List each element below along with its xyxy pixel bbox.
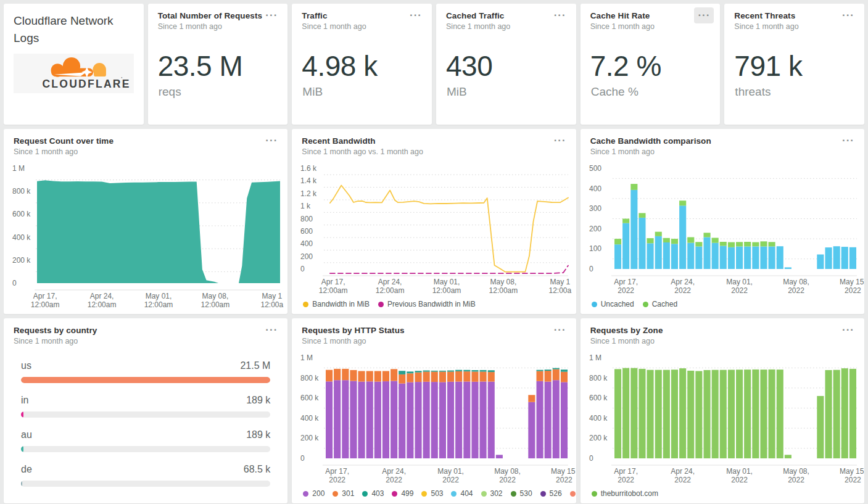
dashboard: Cloudflare Network Logs CLOUDFLARE ’ bbox=[0, 0, 868, 504]
legend-label: Bandwidth in MiB bbox=[312, 300, 370, 308]
legend-label: 526 bbox=[550, 489, 562, 498]
http-status-chart[interactable]: 0200 k400 k600 k800 k1 MApr 17,2022Apr 2… bbox=[292, 350, 576, 489]
legend-label: Previous Bandwidth in MiB bbox=[387, 300, 476, 308]
svg-text:600 k: 600 k bbox=[300, 394, 319, 402]
panel-requests-by-country: ··· Requests by country Since 1 month ag… bbox=[4, 318, 287, 503]
stat-value: 7.2 % bbox=[590, 49, 721, 83]
panel-menu-button[interactable]: ··· bbox=[406, 7, 426, 23]
logo-card: Cloudflare Network Logs CLOUDFLARE ’ bbox=[4, 4, 144, 125]
panel-title: Cache Hit Rate bbox=[590, 11, 711, 20]
svg-text:May 01,: May 01, bbox=[146, 292, 172, 300]
legend-dot-icon bbox=[303, 491, 308, 497]
svg-text:May 15,: May 15, bbox=[840, 467, 864, 476]
legend-item[interactable]: 524 bbox=[570, 489, 576, 498]
panel-menu-button[interactable]: ··· bbox=[262, 133, 281, 149]
legend-item[interactable]: Uncached bbox=[592, 300, 634, 308]
svg-text:0: 0 bbox=[12, 279, 17, 287]
legend-item[interactable]: 499 bbox=[392, 489, 413, 498]
legend-dot-icon bbox=[451, 491, 457, 497]
panel-subtitle: Since 1 month ago bbox=[302, 22, 422, 31]
svg-text:2022: 2022 bbox=[556, 476, 572, 484]
svg-text:100: 100 bbox=[589, 244, 601, 253]
recent-bandwidth-chart[interactable]: 02004006008001 k1.2 k1.4 k1.6 kApr 17,12… bbox=[292, 161, 576, 300]
legend-item[interactable]: 403 bbox=[362, 489, 384, 498]
stat-unit: MiB bbox=[447, 85, 576, 99]
svg-text:Apr 17,: Apr 17, bbox=[326, 467, 350, 476]
panel-menu-button[interactable]: ··· bbox=[262, 7, 281, 23]
country-row: in 189 k bbox=[21, 395, 270, 418]
panel-title: Request Count over time bbox=[14, 136, 278, 146]
svg-text:2022: 2022 bbox=[731, 476, 748, 484]
svg-text:May 01,: May 01, bbox=[438, 467, 465, 476]
stat-value: 430 bbox=[446, 49, 576, 83]
country-value: 189 k bbox=[246, 429, 270, 440]
panel-recent-bandwidth: ··· Recent Bandwidth Since 1 month ago v… bbox=[292, 129, 576, 314]
country-bar-fill bbox=[21, 481, 22, 487]
legend-item[interactable]: 302 bbox=[481, 489, 503, 498]
legend-item[interactable]: Cached bbox=[643, 300, 677, 308]
svg-text:12:00a: 12:00a bbox=[261, 300, 284, 309]
svg-text:2022: 2022 bbox=[499, 476, 516, 484]
legend-label: 302 bbox=[490, 489, 503, 498]
panel-title: Recent Threats bbox=[734, 11, 854, 20]
country-label: us bbox=[21, 360, 31, 371]
stat-unit: Cache % bbox=[591, 85, 721, 99]
svg-text:Apr 24,: Apr 24, bbox=[90, 292, 114, 300]
svg-text:1.6 k: 1.6 k bbox=[300, 164, 317, 173]
legend-label: 530 bbox=[520, 489, 532, 498]
panel-title: Requests by Zone bbox=[590, 326, 854, 335]
svg-text:400 k: 400 k bbox=[12, 233, 31, 242]
cloudflare-wordmark: CLOUDFLARE bbox=[42, 78, 130, 89]
chart-legend: 200301403499503404302530526524 bbox=[292, 489, 576, 503]
panel-menu-button[interactable]: ··· bbox=[550, 322, 570, 338]
legend-item[interactable]: 200 bbox=[303, 489, 324, 498]
svg-text:Apr 17,: Apr 17, bbox=[321, 278, 345, 286]
svg-text:May 15,: May 15, bbox=[551, 467, 576, 476]
panel-menu-button[interactable]: ··· bbox=[550, 133, 570, 149]
request-count-chart[interactable]: 0200 k400 k600 k800 k1 MApr 17,12:00amAp… bbox=[4, 161, 287, 314]
svg-text:May 1: May 1 bbox=[550, 278, 571, 286]
legend-item[interactable]: 503 bbox=[421, 489, 443, 498]
country-label: in bbox=[21, 395, 28, 406]
legend-item[interactable]: Bandwidth in MiB bbox=[303, 300, 370, 308]
chart-canvas: 0100200300400500Apr 17,2022Apr 24,2022Ma… bbox=[581, 161, 864, 300]
country-value: 189 k bbox=[246, 395, 270, 406]
legend-dot-icon bbox=[643, 302, 648, 307]
legend-label: Uncached bbox=[601, 300, 634, 308]
svg-text:May 1: May 1 bbox=[262, 292, 283, 300]
svg-text:May 08,: May 08, bbox=[783, 467, 809, 476]
panel-subtitle: Since 1 month ago bbox=[590, 147, 854, 156]
country-row: au 189 k bbox=[21, 429, 270, 452]
legend-item[interactable]: theburritobot.com bbox=[592, 489, 658, 498]
panel-menu-button[interactable]: ··· bbox=[838, 133, 858, 149]
svg-text:2022: 2022 bbox=[618, 286, 634, 295]
panel-menu-button[interactable]: ··· bbox=[838, 7, 858, 23]
legend-item[interactable]: Previous Bandwidth in MiB bbox=[378, 300, 476, 308]
panel-menu-button[interactable]: ··· bbox=[262, 322, 281, 338]
panel-menu-button[interactable]: ··· bbox=[838, 322, 858, 338]
legend-dot-icon bbox=[570, 491, 576, 497]
svg-text:200: 200 bbox=[589, 225, 601, 233]
legend-label: 301 bbox=[342, 489, 354, 498]
legend-item[interactable]: 530 bbox=[511, 489, 532, 498]
svg-text:2022: 2022 bbox=[386, 476, 403, 484]
cache-bandwidth-chart[interactable]: 0100200300400500Apr 17,2022Apr 24,2022Ma… bbox=[581, 161, 864, 300]
legend-item[interactable]: 526 bbox=[540, 489, 562, 498]
panel-request-count: ··· Request Count over time Since 1 mont… bbox=[4, 129, 287, 314]
legend-item[interactable]: 301 bbox=[333, 489, 354, 498]
svg-text:600 k: 600 k bbox=[12, 210, 31, 218]
svg-text:12:00am: 12:00am bbox=[489, 286, 518, 295]
stat-card-cache-hit-rate: ··· Cache Hit Rate Since 1 month ago 7.2… bbox=[581, 4, 721, 125]
panel-menu-button[interactable]: ··· bbox=[550, 7, 570, 23]
country-row: us 21.5 M bbox=[21, 360, 270, 383]
legend-item[interactable]: 404 bbox=[451, 489, 473, 498]
requests-by-zone-chart[interactable]: 0200 k400 k600 k800 k1 MApr 17,2022Apr 2… bbox=[581, 350, 864, 489]
svg-text:2022: 2022 bbox=[788, 286, 804, 295]
svg-text:1 M: 1 M bbox=[12, 164, 25, 173]
svg-text:400 k: 400 k bbox=[589, 414, 608, 423]
country-bar-track bbox=[21, 411, 270, 418]
panel-menu-button[interactable]: ··· bbox=[694, 7, 714, 23]
svg-text:Apr 17,: Apr 17, bbox=[614, 278, 638, 286]
svg-text:800 k: 800 k bbox=[300, 374, 319, 382]
svg-text:800: 800 bbox=[300, 215, 313, 223]
